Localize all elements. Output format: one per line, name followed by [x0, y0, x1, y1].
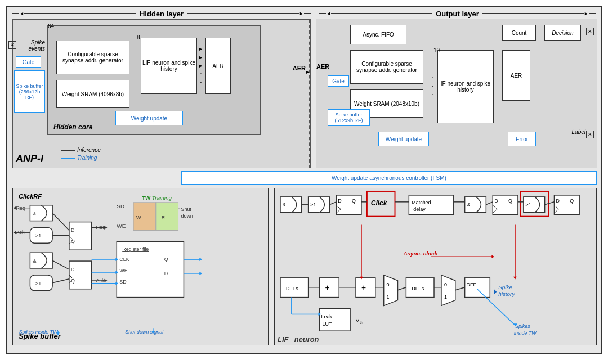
svg-marker-145 [494, 289, 497, 295]
spike-buffer-output-block: Spike buffer (512x9b RF) [328, 109, 370, 126]
svg-rect-0 [30, 205, 52, 221]
fsm-bar: Weight update asynchronous controller (F… [181, 171, 597, 185]
spike-buffer-section: Spike buffer ClickRF & ≥1 & ≥1 D Q [12, 188, 269, 345]
svg-text:DFF: DFF [467, 282, 477, 287]
arrow-head-right: ► [299, 11, 304, 16]
num10-label: 10 [433, 47, 440, 53]
label-text: Label [572, 129, 585, 135]
out-arrow-mid2 [482, 13, 584, 14]
legend-inference: Inference [61, 147, 101, 153]
arrow-line-right [304, 13, 311, 14]
svg-marker-30 [104, 226, 107, 230]
svg-line-98 [329, 202, 336, 205]
svg-text:Shut down signal: Shut down signal [125, 329, 164, 335]
hidden-core-box: Hidden core Configurable sparse synapse … [47, 25, 261, 135]
configurable-sparse-output-block: Configurable sparse synapse addr. genera… [350, 50, 423, 84]
num64-label: 64 [48, 23, 54, 29]
svg-rect-6 [30, 275, 52, 291]
legend-training: Training [61, 155, 101, 161]
out-arrow-right-line [589, 13, 596, 14]
svg-text:Q: Q [508, 198, 512, 204]
lif-arrow1: ► [198, 46, 203, 52]
svg-text:DFFs: DFFs [286, 286, 298, 291]
aer-output-label: AER [293, 65, 306, 71]
svg-line-104 [545, 202, 555, 205]
inference-label: Inference [77, 147, 101, 153]
svg-marker-27 [14, 231, 16, 234]
lif-circuit-svg: & ≥1 D Q Click Matched delay & D [275, 188, 596, 345]
output-x-symbol: ✕ [586, 28, 594, 35]
svg-marker-139 [513, 277, 517, 280]
svg-text:Q: Q [164, 257, 168, 262]
svg-marker-24 [14, 206, 16, 210]
lif-section: & ≥1 D Q Click Matched delay & D [274, 188, 597, 345]
output-layer-label: Output layer [432, 10, 482, 18]
svg-text:Q: Q [71, 278, 75, 284]
error-block: Error [508, 132, 536, 146]
arrow-line-mid2 [187, 13, 299, 14]
lif-arrow3: ► [198, 63, 203, 69]
decision-block: Decision [544, 25, 581, 41]
svg-text:DFFs: DFFs [412, 286, 424, 291]
svg-text:R: R [162, 215, 166, 221]
lif-neuron-block: LIF neuron and spike history [141, 38, 197, 94]
svg-text:Spike: Spike [498, 284, 512, 290]
svg-line-18 [52, 213, 69, 231]
output-layer-header: ◄ Output layer ► [319, 8, 596, 19]
svg-text:D: D [494, 198, 498, 204]
svg-text:down: down [181, 213, 193, 219]
svg-text:Req: Req [96, 224, 105, 230]
hidden-core-label: Hidden core [53, 123, 92, 131]
dots-hidden3: · [200, 77, 202, 86]
svg-text:+: + [325, 283, 329, 292]
hidden-layer-area: Hidden core Configurable sparse synapse … [12, 19, 311, 168]
spike-events-label: Spike events [14, 39, 45, 52]
svg-rect-13 [69, 261, 92, 289]
svg-line-20 [52, 260, 69, 269]
svg-text:Ack: Ack [96, 278, 105, 284]
svg-rect-8 [69, 222, 92, 250]
svg-text:history: history [498, 291, 515, 297]
weight-sram-block: Weight SRAM (4096x8b) [56, 80, 129, 108]
svg-text:1: 1 [444, 294, 447, 300]
svg-text:1: 1 [387, 294, 390, 300]
dots-hidden2: · [200, 69, 202, 78]
svg-text:SD: SD [117, 203, 124, 209]
svg-marker-114 [384, 275, 398, 306]
svg-rect-2 [30, 228, 52, 244]
arrow-line-mid [24, 13, 136, 14]
svg-marker-61 [115, 282, 118, 285]
svg-marker-57 [115, 258, 118, 261]
svg-line-12 [69, 240, 73, 244]
svg-text:WE: WE [117, 223, 126, 229]
spike-buffer-hidden-block: Spike buffer (256x12b RF) [14, 70, 45, 113]
svg-line-11 [69, 236, 73, 240]
configurable-sparse-block: Configurable sparse synapse addr. genera… [56, 41, 129, 74]
svg-text:D: D [556, 198, 560, 204]
svg-text:WE: WE [119, 268, 127, 273]
spike-buffer-section-title: Spike buffer [19, 332, 61, 340]
svg-marker-107 [491, 255, 494, 258]
arrow-head-left: ◄ [19, 11, 24, 16]
svg-text:&: & [467, 202, 471, 208]
svg-text:Req: Req [16, 205, 25, 211]
svg-text:SD: SD [119, 279, 127, 285]
click-rf-label: ClickRF [19, 193, 42, 200]
svg-text:0: 0 [387, 282, 390, 287]
aer-output-block: AER [502, 50, 530, 101]
arrow-line-left [12, 13, 19, 14]
svg-text:Ack: Ack [16, 230, 25, 235]
svg-text:≥1: ≥1 [35, 281, 41, 286]
svg-rect-45 [117, 241, 184, 297]
dashed-divider [309, 19, 310, 168]
svg-text:&: & [33, 258, 36, 264]
svg-text:Q: Q [71, 239, 75, 244]
dots-output3: · [432, 89, 434, 98]
svg-text:Click: Click [371, 199, 388, 207]
num8-label: 8 [137, 34, 140, 41]
svg-text:Shut: Shut [181, 206, 191, 212]
svg-line-135 [455, 287, 465, 290]
svg-text:Async. clock: Async. clock [403, 250, 437, 257]
dots-output2: · [432, 81, 434, 90]
svg-text:Q: Q [570, 198, 574, 204]
